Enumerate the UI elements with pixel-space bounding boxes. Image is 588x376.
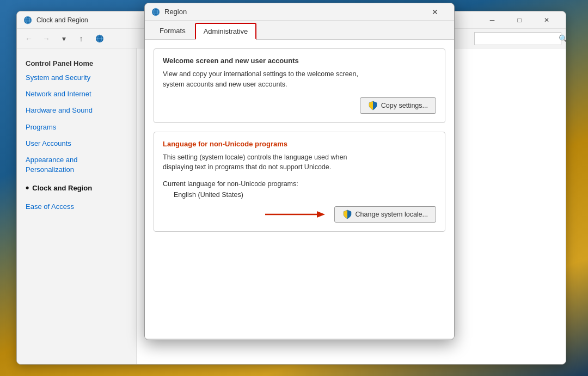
arrow-row: Change system locale...: [163, 206, 436, 223]
shield-icon-locale: [342, 209, 352, 219]
dialog-title-left: Region: [151, 8, 187, 16]
change-locale-label: Change system locale...: [356, 211, 428, 218]
up-button[interactable]: ↑: [74, 31, 89, 46]
sidebar-item-ease[interactable]: Ease of Access: [17, 199, 136, 215]
dialog-title: Region: [164, 8, 187, 16]
arrow-icon: [262, 208, 328, 221]
dropdown-button[interactable]: ▾: [56, 31, 71, 46]
svg-marker-14: [317, 211, 325, 218]
search-icon[interactable]: 🔍: [559, 34, 566, 43]
language-desc: This setting (system locale) controls th…: [163, 152, 436, 173]
welcome-title: Welcome screen and new user accounts: [163, 57, 436, 65]
minimize-button[interactable]: ─: [480, 11, 505, 29]
region-dialog: Region ✕ Formats Administrative Welcome …: [144, 3, 455, 340]
welcome-section: Welcome screen and new user accounts Vie…: [154, 48, 445, 123]
dialog-body: Welcome screen and new user accounts Vie…: [145, 40, 454, 338]
dialog-tabs: Formats Administrative: [145, 21, 454, 40]
dialog-close-button[interactable]: ✕: [422, 4, 448, 20]
sidebar-item-appearance[interactable]: Appearance andPersonalization: [17, 152, 136, 178]
sidebar-item-programs[interactable]: Programs: [17, 119, 136, 135]
maximize-button[interactable]: □: [507, 11, 532, 29]
tab-administrative[interactable]: Administrative: [195, 23, 257, 40]
copy-settings-button[interactable]: Copy settings...: [360, 97, 436, 114]
current-lang-label: Current language for non-Unicode program…: [163, 180, 436, 188]
welcome-btn-row: Copy settings...: [163, 97, 436, 114]
change-locale-button[interactable]: Change system locale...: [334, 206, 436, 223]
address-globe-icon: [95, 34, 104, 43]
current-lang-value: English (United States): [174, 191, 436, 199]
dialog-globe-icon: [151, 8, 160, 16]
sidebar: Control Panel Home System and Security N…: [17, 48, 137, 364]
dialog-titlebar: Region ✕: [145, 3, 454, 21]
shield-icon-copy: [368, 101, 378, 110]
search-box: 🔍: [474, 32, 561, 45]
sidebar-item-accounts[interactable]: User Accounts: [17, 135, 136, 152]
language-title: Language for non-Unicode programs: [163, 140, 436, 148]
forward-button[interactable]: →: [39, 31, 54, 46]
red-arrow: [262, 208, 328, 221]
titlebar-left: Clock and Region: [23, 16, 88, 24]
window-controls: ─ □ ✕: [480, 11, 559, 29]
language-section: Language for non-Unicode programs This s…: [154, 132, 445, 232]
sidebar-item-clock[interactable]: Clock and Region: [17, 178, 136, 198]
bg-window-title: Clock and Region: [36, 16, 88, 24]
sidebar-item-network[interactable]: Network and Internet: [17, 86, 136, 102]
sidebar-home[interactable]: Control Panel Home: [17, 55, 136, 70]
sidebar-item-hardware[interactable]: Hardware and Sound: [17, 102, 136, 119]
close-button[interactable]: ✕: [534, 11, 559, 29]
welcome-desc: View and copy your international setting…: [163, 69, 436, 90]
globe-icon: [23, 16, 32, 24]
tab-formats[interactable]: Formats: [151, 23, 194, 39]
search-input[interactable]: [477, 35, 559, 42]
sidebar-item-system[interactable]: System and Security: [17, 70, 136, 86]
back-button[interactable]: ←: [21, 31, 36, 46]
copy-settings-label: Copy settings...: [381, 102, 428, 109]
